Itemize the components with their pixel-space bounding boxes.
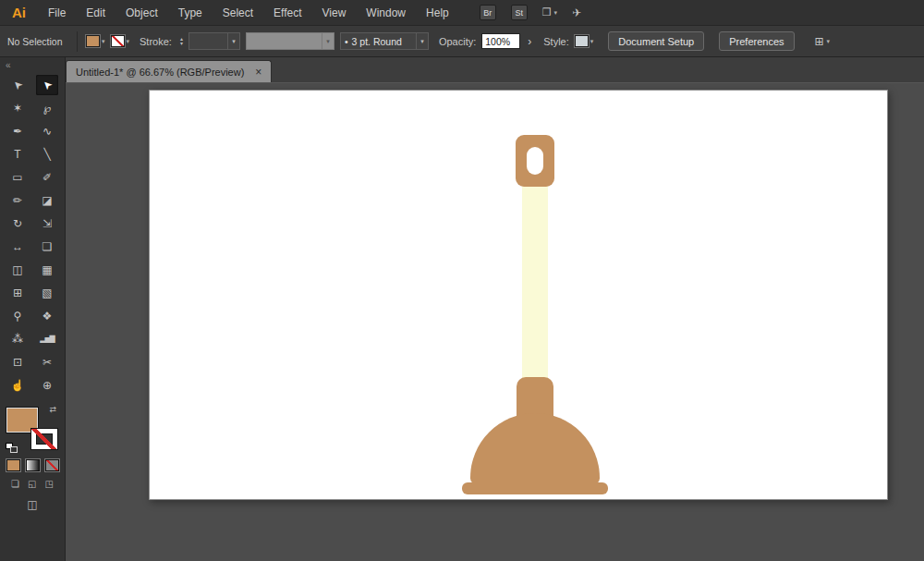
draw-behind-icon[interactable]: ◱ bbox=[28, 479, 36, 489]
opacity-input[interactable]: 100% bbox=[481, 33, 520, 49]
tool-width[interactable]: ↔ bbox=[6, 235, 30, 258]
menu-effect[interactable]: Effect bbox=[263, 6, 311, 19]
tool-zoom[interactable]: ⊕ bbox=[35, 373, 59, 396]
chevron-down-icon: ▾ bbox=[127, 38, 130, 45]
tool-shape-builder[interactable]: ◫ bbox=[6, 258, 30, 281]
gpu-performance-icon[interactable]: ✈ bbox=[572, 6, 581, 19]
tool-selection[interactable]: ➤ bbox=[6, 73, 30, 96]
gradient-button[interactable] bbox=[26, 459, 40, 471]
menu-help[interactable]: Help bbox=[416, 6, 459, 19]
arrange-documents-icon: ❒ bbox=[542, 6, 552, 18]
tool-artboard[interactable]: ⊡ bbox=[6, 350, 30, 373]
arrange-documents-dropdown[interactable]: ❒ ▾ bbox=[542, 6, 557, 18]
tool-curvature[interactable]: ∿ bbox=[35, 119, 59, 142]
tab-title: Untitled-1* @ 66.67% (RGB/Preview) bbox=[76, 67, 244, 78]
plunger-cup-shape[interactable] bbox=[470, 413, 600, 485]
brush-dot-icon: • bbox=[345, 36, 348, 47]
tool-free-transform[interactable]: ❏ bbox=[35, 235, 59, 258]
tool-blend[interactable]: ❖ bbox=[35, 304, 59, 327]
tool-eyedropper[interactable]: ⚲ bbox=[6, 304, 30, 327]
tool-paintbrush[interactable]: ✐ bbox=[35, 165, 59, 189]
chevron-down-icon: ▾ bbox=[102, 38, 105, 45]
tool-gradient[interactable]: ▧ bbox=[35, 281, 59, 304]
opacity-panel-arrow-icon[interactable]: › bbox=[528, 35, 531, 48]
tool-magic-wand[interactable]: ✶ bbox=[6, 96, 30, 119]
tool-rectangle[interactable]: ▭ bbox=[6, 165, 30, 189]
style-dropdown[interactable]: ▾ bbox=[575, 35, 594, 47]
brush-definition-dropdown[interactable]: • 3 pt. Round ▾ bbox=[340, 32, 429, 50]
tab-strip: Untitled-1* @ 66.67% (RGB/Preview) × bbox=[66, 57, 924, 83]
stepper-down-icon[interactable]: ▾ bbox=[180, 42, 183, 46]
preferences-button[interactable]: Preferences bbox=[719, 31, 794, 51]
tab-close-icon[interactable]: × bbox=[255, 66, 261, 79]
stock-button[interactable]: St bbox=[511, 5, 528, 20]
bridge-button[interactable]: Br bbox=[480, 5, 496, 20]
fill-swatch bbox=[86, 35, 100, 47]
menu-view[interactable]: View bbox=[312, 6, 357, 19]
draw-inside-icon[interactable]: ◳ bbox=[44, 479, 53, 489]
menu-type[interactable]: Type bbox=[168, 6, 213, 19]
fill-color-dropdown[interactable]: ▾ bbox=[86, 35, 105, 47]
document-tab[interactable]: Untitled-1* @ 66.67% (RGB/Preview) × bbox=[66, 60, 272, 82]
tool-perspective-grid[interactable]: ▦ bbox=[35, 258, 59, 281]
menu-object[interactable]: Object bbox=[116, 6, 168, 19]
stroke-color-dropdown[interactable]: ▾ bbox=[111, 35, 130, 47]
color-button[interactable] bbox=[6, 459, 20, 471]
scale-icon: ⇲ bbox=[43, 217, 52, 230]
tool-symbol-sprayer[interactable]: ⁂ bbox=[6, 327, 30, 350]
tool-slice[interactable]: ✂ bbox=[35, 350, 59, 373]
color-type-row bbox=[0, 459, 65, 471]
plunger-handle-hole-shape[interactable] bbox=[527, 147, 543, 175]
menu-edit[interactable]: Edit bbox=[76, 6, 116, 19]
tool-mesh[interactable]: ⊞ bbox=[6, 281, 30, 304]
tool-eraser[interactable]: ◪ bbox=[35, 189, 59, 212]
chevron-down-icon: ▾ bbox=[590, 38, 594, 45]
artboard[interactable] bbox=[149, 90, 888, 500]
width-tool-icon: ↔ bbox=[12, 240, 23, 253]
none-button[interactable] bbox=[45, 459, 59, 471]
tool-pencil[interactable]: ✏ bbox=[6, 189, 30, 212]
artboard-tool-icon: ⊡ bbox=[13, 356, 22, 369]
stroke-profile-dropdown[interactable]: ▾ bbox=[246, 32, 334, 50]
hand-icon: ☝ bbox=[11, 379, 25, 392]
gradient-icon: ▧ bbox=[42, 287, 52, 299]
tool-lasso[interactable]: ℘ bbox=[35, 96, 59, 119]
perspective-grid-icon: ▦ bbox=[42, 263, 52, 276]
tool-rotate[interactable]: ↻ bbox=[6, 212, 30, 235]
stroke-none-swatch bbox=[111, 35, 125, 47]
swap-fill-stroke-icon[interactable]: ⇄ bbox=[49, 405, 56, 414]
shape-builder-icon: ◫ bbox=[12, 263, 22, 276]
tool-line-segment[interactable]: ╲ bbox=[35, 142, 59, 165]
curvature-icon: ∿ bbox=[43, 125, 52, 138]
tool-column-graph[interactable]: ▂▅▇ bbox=[35, 327, 59, 350]
tool-scale[interactable]: ⇲ bbox=[35, 212, 59, 235]
tool-hand[interactable]: ☝ bbox=[6, 373, 30, 396]
stroke-swatch[interactable] bbox=[30, 428, 58, 450]
direct-selection-tool-icon: ➤ bbox=[39, 77, 55, 92]
collapse-panel-icon[interactable]: « bbox=[0, 57, 65, 71]
default-fill-stroke-icon[interactable] bbox=[6, 443, 18, 453]
screen-mode-icon[interactable]: ◫ bbox=[0, 498, 65, 511]
tool-type[interactable]: T bbox=[6, 142, 30, 165]
symbol-sprayer-icon: ⁂ bbox=[12, 333, 23, 346]
magic-wand-icon: ✶ bbox=[13, 102, 22, 115]
stroke-width-stepper[interactable]: ▴ ▾ bbox=[180, 37, 183, 46]
app-logo-icon: Ai bbox=[0, 5, 38, 20]
type-icon: T bbox=[14, 148, 20, 161]
pen-icon: ✒ bbox=[13, 125, 22, 138]
chevron-down-icon: ▾ bbox=[227, 33, 239, 49]
canvas[interactable] bbox=[66, 83, 924, 561]
tool-pen[interactable]: ✒ bbox=[6, 119, 30, 142]
transform-panel-dropdown[interactable]: ⊞ ▾ bbox=[815, 35, 831, 48]
plunger-base-shape[interactable] bbox=[462, 482, 608, 494]
menu-select[interactable]: Select bbox=[213, 6, 263, 19]
draw-normal-icon[interactable]: ❏ bbox=[11, 479, 19, 489]
menu-window[interactable]: Window bbox=[356, 6, 416, 19]
menu-file[interactable]: File bbox=[38, 6, 76, 19]
transform-grid-icon: ⊞ bbox=[815, 35, 824, 48]
tool-direct-selection[interactable]: ➤ bbox=[36, 75, 58, 95]
document-setup-button[interactable]: Document Setup bbox=[608, 31, 704, 51]
stroke-width-dropdown[interactable]: ▾ bbox=[188, 32, 240, 50]
chevron-down-icon: ▾ bbox=[827, 38, 831, 45]
plunger-stick-shape[interactable] bbox=[522, 185, 548, 381]
